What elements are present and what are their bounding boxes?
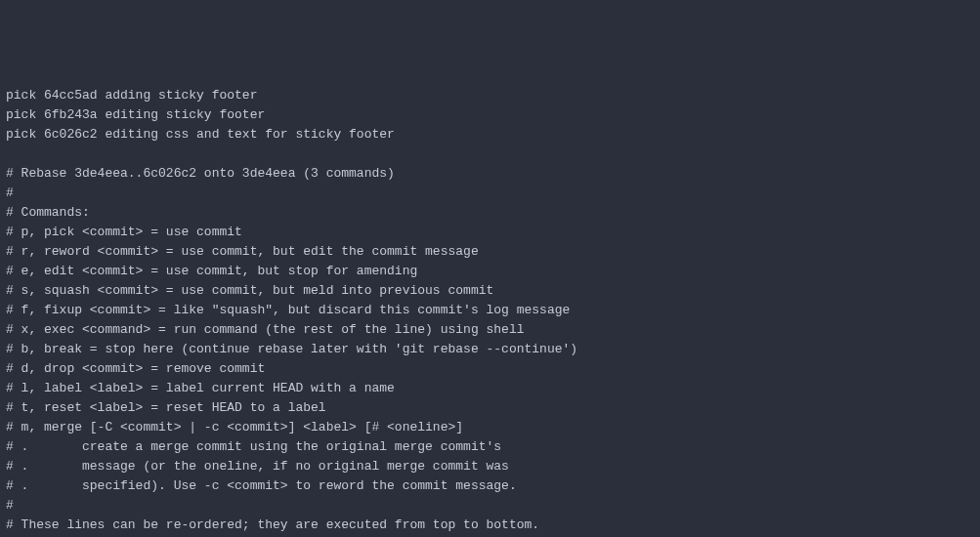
editor-line[interactable]: # . create a merge commit using the orig… bbox=[6, 437, 974, 457]
editor-line[interactable]: pick 6fb243a editing sticky footer bbox=[6, 105, 974, 125]
editor-line[interactable]: pick 64cc5ad adding sticky footer bbox=[6, 86, 974, 105]
editor-line[interactable]: pick 6c026c2 editing css and text for st… bbox=[6, 125, 974, 145]
editor-line[interactable]: # . specified). Use -c <commit> to rewor… bbox=[6, 476, 974, 496]
editor-line[interactable]: # Commands: bbox=[6, 203, 974, 223]
editor-line[interactable]: # bbox=[6, 496, 974, 516]
editor-line[interactable]: # f, fixup <commit> = like "squash", but… bbox=[6, 301, 974, 320]
editor-line[interactable]: # These lines can be re-ordered; they ar… bbox=[6, 516, 974, 535]
editor-line[interactable]: # d, drop <commit> = remove commit bbox=[6, 359, 974, 379]
editor-line[interactable]: # x, exec <command> = run command (the r… bbox=[6, 320, 974, 340]
editor-line[interactable]: # r, reword <commit> = use commit, but e… bbox=[6, 242, 974, 262]
editor-line[interactable]: # Rebase 3de4eea..6c026c2 onto 3de4eea (… bbox=[6, 164, 974, 184]
editor-line[interactable]: # t, reset <label> = reset HEAD to a lab… bbox=[6, 398, 974, 418]
editor-line[interactable]: # e, edit <commit> = use commit, but sto… bbox=[6, 262, 974, 281]
editor-line[interactable]: # m, merge [-C <commit> | -c <commit>] <… bbox=[6, 418, 974, 437]
editor-line[interactable] bbox=[6, 145, 974, 164]
editor-line[interactable]: # l, label <label> = label current HEAD … bbox=[6, 379, 974, 398]
editor-line[interactable]: # s, squash <commit> = use commit, but m… bbox=[6, 281, 974, 301]
editor-line[interactable]: # p, pick <commit> = use commit bbox=[6, 223, 974, 242]
editor-line[interactable]: # . message (or the oneline, if no origi… bbox=[6, 457, 974, 476]
editor-line[interactable]: # b, break = stop here (continue rebase … bbox=[6, 340, 974, 359]
editor-buffer[interactable]: pick 64cc5ad adding sticky footerpick 6f… bbox=[6, 86, 974, 537]
editor-line[interactable]: # bbox=[6, 184, 974, 203]
